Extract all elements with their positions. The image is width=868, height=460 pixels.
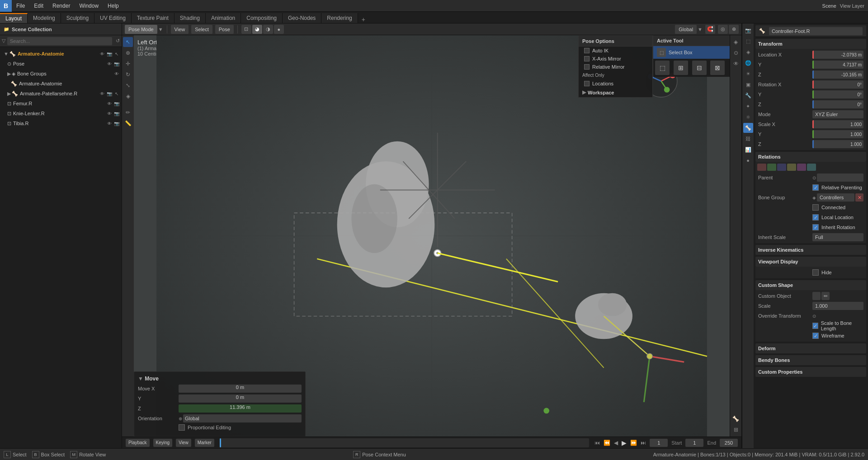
tab-shading[interactable]: Shading <box>175 13 206 23</box>
render-visibility-icon[interactable]: 📷 <box>113 120 120 127</box>
x-axis-mirror-item[interactable]: X-Axis Mirror <box>579 55 652 63</box>
render-visibility-icon[interactable]: 📷 <box>106 90 113 97</box>
current-frame-input[interactable] <box>650 439 668 447</box>
object-name-input[interactable]: Controller-Foot.R <box>769 27 863 35</box>
connected-checkbox[interactable] <box>812 204 819 211</box>
start-frame-input[interactable] <box>685 439 703 447</box>
location-x-input[interactable]: -2.0793 m <box>812 51 863 59</box>
physics-props-tab[interactable]: ⚛ <box>743 112 753 122</box>
scale-z-input[interactable]: 1.000 <box>812 140 863 148</box>
step-back-btn[interactable]: ⏪ <box>604 440 610 446</box>
tab-sculpting[interactable]: Sculpting <box>61 13 94 23</box>
visibility-icon[interactable]: 👁 <box>106 110 113 117</box>
ik-header[interactable]: Inverse Kinematics <box>755 245 866 255</box>
solid-shading-btn[interactable]: ◕ <box>252 25 262 34</box>
material-props-tab[interactable]: ● <box>743 155 753 165</box>
select-menu-button[interactable]: Select <box>191 25 212 34</box>
render-menu[interactable]: Render <box>48 0 75 11</box>
move-x-input[interactable]: 0 m <box>179 385 302 393</box>
object-props-tab[interactable]: ▣ <box>743 80 753 89</box>
modifier-props-tab[interactable]: 🔧 <box>743 90 753 100</box>
render-visibility-icon[interactable]: 📷 <box>113 110 120 117</box>
render-visibility-icon[interactable]: 📷 <box>113 61 120 67</box>
item-props-icon[interactable]: ◈ <box>731 37 741 47</box>
file-menu[interactable]: File <box>12 0 29 11</box>
constraints-props-tab[interactable]: ⛓ <box>743 134 753 144</box>
viewport-display-header[interactable]: Viewport Display <box>755 257 866 267</box>
selectable-icon[interactable]: ↖ <box>113 90 120 97</box>
scale-to-bone-checkbox[interactable]: ✓ <box>812 323 818 329</box>
jump-end-btn[interactable]: ⏭ <box>641 440 646 446</box>
play-btn[interactable]: ▶ <box>622 439 627 446</box>
relative-mirror-item[interactable]: Relative Mirror <box>579 63 652 71</box>
list-item[interactable]: ⊙ Pose 👁 📷 <box>0 59 122 69</box>
viewport-3d[interactable]: Left Orthographic (1) Armature-Anatomie … <box>134 35 730 437</box>
orientation-button[interactable]: Global <box>675 25 697 34</box>
scene-props-tab[interactable]: 🌐 <box>743 58 753 68</box>
list-item[interactable]: ▶ 🦴 Armature-Patellarsehne.R 👁 📷 ↖ <box>0 89 122 99</box>
auto-ik-item[interactable]: Auto IK <box>579 47 652 55</box>
relative-mirror-checkbox[interactable] <box>584 64 590 70</box>
tab-layout[interactable]: Layout <box>0 13 28 23</box>
parent-input[interactable] <box>817 174 863 182</box>
tool-props-icon[interactable]: ⊙ <box>731 48 741 58</box>
material-shading-btn[interactable]: ◑ <box>263 25 273 34</box>
wireframe-shading-btn[interactable]: ⊡ <box>241 25 251 34</box>
transform-tool-icon[interactable]: ◈ <box>123 91 133 101</box>
help-menu[interactable]: Help <box>103 0 123 11</box>
timeline-scrubber[interactable] <box>220 438 589 447</box>
select-status-item[interactable]: L Select <box>4 451 27 458</box>
wireframe-checkbox[interactable]: ✓ <box>812 333 819 339</box>
tab-rendering[interactable]: Rendering <box>321 13 358 23</box>
tab-modeling[interactable]: Modeling <box>28 13 61 23</box>
inherit-scale-select[interactable]: Full <box>812 233 863 241</box>
render-props-tab[interactable]: 📷 <box>743 25 753 35</box>
scale-x-input[interactable]: 1.000 <box>812 120 863 128</box>
visibility-icon[interactable]: 👁 <box>106 100 113 107</box>
data-props-tab[interactable]: 📊 <box>743 145 753 155</box>
list-item[interactable]: 🦴 Armature-Anatomie <box>0 79 122 89</box>
window-menu[interactable]: Window <box>75 0 103 11</box>
tool-grid-item[interactable]: ⬚ <box>655 61 670 75</box>
auto-ik-checkbox[interactable] <box>584 48 590 53</box>
color-swatch-3[interactable] <box>777 164 786 171</box>
workspace-section-header[interactable]: ▶ Workspace <box>579 88 652 97</box>
color-swatch-6[interactable] <box>807 164 816 171</box>
tab-geo-nodes[interactable]: Geo-Nodes <box>283 13 321 23</box>
move-collapse-arrow[interactable]: ▼ <box>138 376 143 382</box>
visibility-icon[interactable]: 👁 <box>106 120 113 127</box>
rotation-x-input[interactable]: 0° <box>812 80 863 89</box>
visibility-icon[interactable]: 👁 <box>99 51 105 57</box>
custom-object-edit-btn[interactable]: ✏ <box>821 292 830 300</box>
visibility-icon[interactable]: 👁 <box>106 61 113 67</box>
marker-menu[interactable]: Marker <box>195 439 214 447</box>
scale-tool-icon[interactable]: ⤡ <box>123 80 133 90</box>
locations-checkbox[interactable] <box>584 81 590 86</box>
render-visibility-icon[interactable]: 📷 <box>113 100 120 107</box>
expand-arrow[interactable]: ▼ <box>4 51 9 56</box>
playback-menu[interactable]: Playback <box>126 439 150 447</box>
end-frame-input[interactable] <box>720 439 738 447</box>
scene-name[interactable]: Scene <box>822 3 836 9</box>
play-back-btn[interactable]: ◀ <box>614 440 618 446</box>
expand-arrow[interactable]: ▶ <box>7 91 11 97</box>
location-z-input[interactable]: -10.165 m <box>812 70 863 79</box>
color-swatch-5[interactable] <box>797 164 806 171</box>
locations-item[interactable]: Locations <box>579 80 652 88</box>
bendy-bones-header[interactable]: Bendy Bones <box>755 355 866 365</box>
view-menu-button[interactable]: View <box>171 25 189 34</box>
deform-header[interactable]: Deform <box>755 343 866 353</box>
view-props-icon[interactable]: 👁 <box>731 59 741 69</box>
box-select-status-item[interactable]: B Box Select <box>32 451 65 458</box>
select-tool-icon[interactable]: ↖ <box>123 37 133 47</box>
cursor-tool-icon[interactable]: ⊕ <box>123 48 133 58</box>
visibility-icon[interactable]: 👁 <box>99 90 105 97</box>
sync-icon[interactable]: ↺ <box>116 38 120 44</box>
add-workspace-tab[interactable]: + <box>358 16 369 23</box>
custom-properties-header[interactable]: Custom Properties <box>755 367 866 377</box>
proportional-checkbox[interactable] <box>179 424 185 431</box>
measure-icon[interactable]: 📏 <box>123 118 133 128</box>
view-layer-props-tab[interactable]: ◈ <box>743 47 753 57</box>
color-swatch-4[interactable] <box>787 164 796 171</box>
list-item[interactable]: ⊡ Tibia.R 👁 📷 <box>0 118 122 128</box>
